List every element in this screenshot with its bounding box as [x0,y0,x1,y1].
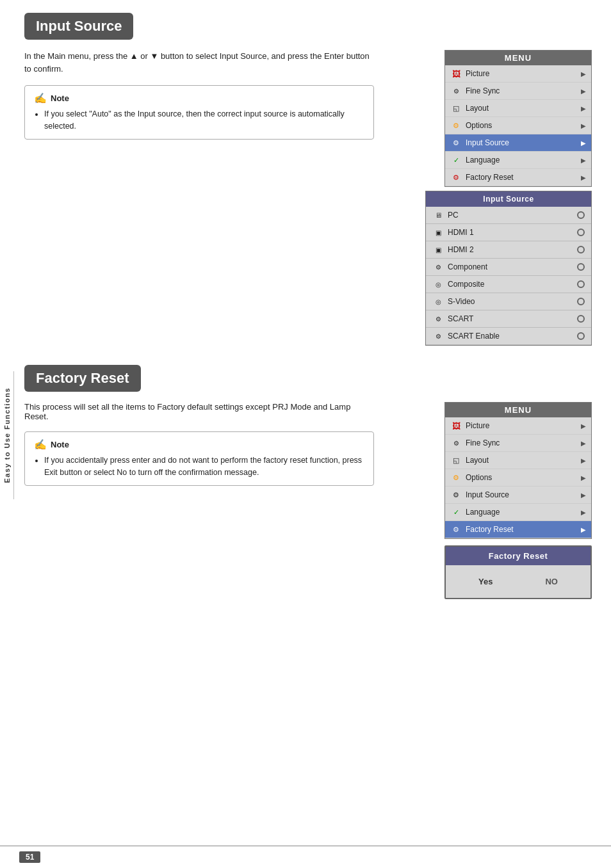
factory-reset-description: This process will set all the items to F… [24,402,374,421]
factory-reset-section: Factory Reset This process will set all … [24,365,592,599]
menu-item-inputsource[interactable]: ⚙ Input Source ▶ [445,134,591,152]
menu-item-factoryreset[interactable]: ⚙ Factory Reset ▶ [445,169,591,186]
factory-reset-note-box: ✍ Note If you accidentally press enter a… [24,431,374,486]
menu-item-finesync[interactable]: ⚙ Fine Sync ▶ [445,83,591,100]
options-icon: ⚙ [450,120,462,131]
fr-menu-item-language[interactable]: ✓ Language ▶ [445,504,591,521]
menu-item-picture[interactable]: 🖼 Picture ▶ [445,65,591,83]
component-radio[interactable] [577,263,585,271]
svideo-icon: ◎ [432,296,444,307]
menu-header-2: MENU [445,403,591,417]
component-label: Component [448,262,577,271]
hdmi1-icon: ▣ [432,227,444,238]
factory-reset-title-box: Factory Reset [24,365,141,392]
note-list: If you select "Auto" as the Input source… [34,108,364,133]
fr-menu-layout-label: Layout [466,456,581,465]
input-source-title: Input Source [24,13,592,50]
input-source-note-box: ✍ Note If you select "Auto" as the Input… [24,85,374,140]
dialog-no-button[interactable]: NO [535,574,568,589]
picture-arrow: ▶ [581,70,586,77]
scart-label: SCART [448,314,577,323]
input-source-menu-panel: MENU 🖼 Picture ▶ ⚙ Fine Sync ▶ [444,50,592,187]
factory-reset-content: This process will set all the items to F… [24,402,592,599]
hdmi1-label: HDMI 1 [448,228,577,237]
factoryreset-arrow: ▶ [581,174,586,181]
hdmi2-icon: ▣ [432,244,444,255]
hdmi1-radio[interactable] [577,229,585,236]
finesync-arrow: ▶ [581,88,586,95]
input-source-description: In the Main menu, press the ▲ or ▼ butto… [24,50,374,75]
fr-note-bullet: If you accidentally press enter and do n… [44,454,364,479]
layout-icon: ◱ [450,102,462,114]
fr-menu-factoryreset-label: Factory Reset [466,525,581,534]
factory-reset-right: MENU 🖼 Picture ▶ ⚙ Fine Sync ▶ ◱ [387,402,592,599]
fr-menu-item-options[interactable]: ⚙ Options ▶ [445,469,591,486]
pc-radio[interactable] [577,211,585,219]
menu-item-language-label: Language [466,156,581,165]
scart-radio[interactable] [577,315,585,323]
svideo-label: S-Video [448,297,577,306]
hdmi2-label: HDMI 2 [448,245,577,254]
fr-note-header: ✍ Note [34,438,364,451]
input-source-item-svideo[interactable]: ◎ S-Video [426,293,591,310]
input-source-right: MENU 🖼 Picture ▶ ⚙ Fine Sync ▶ [387,50,592,346]
picture-icon: 🖼 [450,68,462,79]
sidebar-wrapper: Easy to Use Functions [0,371,14,499]
menu-item-inputsource-label: Input Source [466,138,581,147]
note-bullet-1: If you select "Auto" as the Input source… [44,108,364,133]
scart-enable-radio[interactable] [577,332,585,340]
hdmi2-radio[interactable] [577,246,585,253]
composite-radio[interactable] [577,280,585,288]
menu-item-options-label: Options [466,121,581,130]
fr-menu-options-label: Options [466,473,581,482]
input-source-title-box: Input Source [24,13,133,40]
input-source-item-composite[interactable]: ◎ Composite [426,276,591,293]
fr-inputsource-icon: ⚙ [450,489,462,501]
factoryreset-icon: ⚙ [450,172,462,183]
fr-menu-item-layout[interactable]: ◱ Layout ▶ [445,452,591,469]
input-source-section: Input Source In the Main menu, press the… [24,13,592,346]
language-icon: ✓ [450,154,462,166]
component-icon: ⚙ [432,261,444,273]
input-source-left: In the Main menu, press the ▲ or ▼ butto… [24,50,387,140]
input-source-item-scart[interactable]: ⚙ SCART [426,310,591,328]
input-source-item-hdmi1[interactable]: ▣ HDMI 1 [426,224,591,241]
note-header: ✍ Note [34,92,364,104]
input-source-item-scart-enable[interactable]: ⚙ SCART Enable [426,328,591,345]
fr-layout-icon: ◱ [450,454,462,466]
input-source-item-hdmi2[interactable]: ▣ HDMI 2 [426,241,591,259]
dialog-yes-button[interactable]: Yes [468,574,503,589]
svideo-radio[interactable] [577,298,585,305]
fr-menu-item-finesync[interactable]: ⚙ Fine Sync ▶ [445,435,591,452]
factory-reset-dialog: Factory Reset Yes NO [444,545,592,599]
fr-menu-item-inputsource[interactable]: ⚙ Input Source ▶ [445,486,591,504]
fr-layout-arrow: ▶ [581,457,586,464]
menu-item-layout[interactable]: ◱ Layout ▶ [445,100,591,117]
fr-menu-picture-label: Picture [466,421,581,430]
menu-item-options[interactable]: ⚙ Options ▶ [445,117,591,134]
factory-reset-title: Factory Reset [24,365,592,402]
note-icon: ✍ [34,92,47,104]
sidebar-label: Easy to Use Functions [3,387,11,483]
fr-menu-item-picture[interactable]: 🖼 Picture ▶ [445,417,591,435]
scart-enable-icon: ⚙ [432,330,444,342]
inputsource-arrow: ▶ [581,140,586,147]
fr-picture-icon: 🖼 [450,420,462,431]
options-arrow: ▶ [581,122,586,129]
factory-reset-menu-panel: MENU 🖼 Picture ▶ ⚙ Fine Sync ▶ ◱ [444,402,592,539]
scart-enable-label: SCART Enable [448,332,577,341]
factory-reset-left: This process will set all the items to F… [24,402,387,486]
fr-language-arrow: ▶ [581,509,586,516]
dialog-header: Factory Reset [446,547,591,565]
fr-finesync-icon: ⚙ [450,437,462,449]
input-source-item-component[interactable]: ⚙ Component [426,259,591,276]
fr-menu-item-factoryreset[interactable]: ⚙ Factory Reset ▶ [445,521,591,538]
menu-item-factoryreset-label: Factory Reset [466,173,581,182]
input-source-item-pc[interactable]: 🖥 PC [426,207,591,224]
fr-note-icon: ✍ [34,438,47,451]
page-number: 51 [19,851,40,863]
fr-menu-finesync-label: Fine Sync [466,438,581,447]
fr-picture-arrow: ▶ [581,422,586,430]
language-arrow: ▶ [581,157,586,164]
menu-item-language[interactable]: ✓ Language ▶ [445,152,591,169]
